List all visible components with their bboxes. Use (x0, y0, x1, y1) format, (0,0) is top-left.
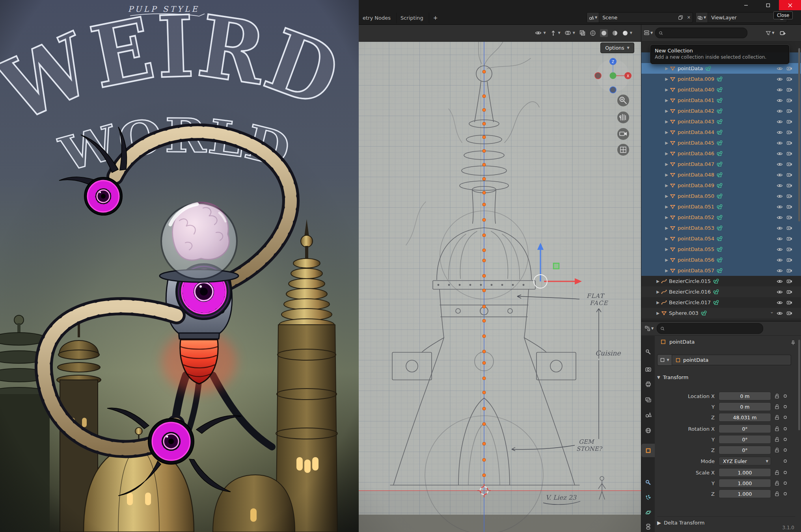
lock-icon[interactable] (774, 404, 780, 409)
expand-arrow-icon[interactable]: ▶ (663, 119, 670, 124)
outliner-row[interactable]: ▶pointData.049 (641, 180, 801, 191)
lock-icon[interactable] (774, 437, 780, 442)
hide-viewport-icon[interactable] (777, 129, 783, 136)
maximize-button[interactable] (757, 0, 779, 10)
outliner-row[interactable]: ▶pointData.054 (641, 233, 801, 244)
lock-icon[interactable] (774, 415, 780, 420)
disable-render-icon[interactable] (786, 172, 793, 178)
outliner-row[interactable]: ▶pointData.040 (641, 84, 801, 95)
disable-render-icon[interactable] (786, 65, 793, 72)
outliner-row[interactable]: ▶pointData.046 (641, 148, 801, 159)
visibility-toggle[interactable]: ▼ (535, 30, 546, 36)
hide-viewport-icon[interactable] (777, 214, 783, 221)
expand-arrow-icon[interactable]: ▶ (663, 77, 670, 81)
animate-dot-icon[interactable] (783, 394, 788, 398)
disable-render-icon[interactable] (786, 108, 793, 114)
lock-icon[interactable] (774, 393, 780, 399)
expand-arrow-icon[interactable]: ▶ (663, 130, 670, 134)
hide-viewport-icon[interactable] (777, 225, 783, 231)
outliner-row[interactable]: ▶pointData.041 (641, 95, 801, 106)
animate-dot-icon[interactable] (783, 481, 788, 485)
hide-viewport-icon[interactable] (777, 257, 783, 263)
properties-tab-output[interactable] (641, 377, 655, 391)
lock-icon[interactable] (774, 480, 780, 486)
value-field[interactable]: 1.000 (719, 489, 771, 498)
hide-viewport-icon[interactable] (777, 161, 783, 167)
properties-tab-modifiers[interactable] (641, 476, 655, 489)
disable-render-icon[interactable] (786, 289, 793, 295)
hide-viewport-icon[interactable] (777, 310, 783, 316)
disable-render-icon[interactable] (786, 161, 793, 167)
expand-arrow-icon[interactable]: ▶ (663, 205, 670, 209)
properties-tab-tool[interactable] (641, 345, 655, 359)
transform-panel-header[interactable]: ▼ Transform (657, 374, 688, 380)
outliner-row[interactable]: ▶BezierCircle.015 (641, 276, 801, 286)
disable-render-icon[interactable] (786, 246, 793, 253)
minimize-button[interactable] (735, 0, 757, 10)
expand-arrow-icon[interactable]: ▶ (663, 98, 670, 102)
animate-dot-icon[interactable] (783, 404, 788, 409)
disable-render-icon[interactable] (786, 299, 793, 306)
shading-rendered-toggle[interactable]: ▼ (622, 30, 632, 36)
value-field[interactable]: 0° (719, 424, 771, 433)
disable-render-icon[interactable] (786, 87, 793, 93)
outliner-row[interactable]: ▶pointData.042 (641, 106, 801, 116)
animate-dot-icon[interactable] (783, 491, 788, 496)
value-field[interactable]: 48.031 m (719, 413, 771, 422)
unlink-scene-icon[interactable]: ✕ (685, 15, 693, 20)
disable-render-icon[interactable] (786, 268, 793, 274)
outliner-row[interactable]: ▶pointData.051 (641, 201, 801, 212)
value-field[interactable]: 1.000 (719, 479, 771, 487)
expand-arrow-icon[interactable]: ▶ (655, 311, 661, 315)
hide-viewport-icon[interactable] (777, 151, 783, 157)
disable-render-icon[interactable] (786, 76, 793, 82)
hide-viewport-icon[interactable] (777, 182, 783, 189)
hide-viewport-icon[interactable] (777, 65, 783, 72)
outliner-row[interactable]: ▶pointData.053 (641, 223, 801, 233)
object-type-dropdown[interactable]: ▼ (657, 354, 672, 366)
outliner-row[interactable]: ▶pointData.044 (641, 127, 801, 138)
value-field[interactable]: 0 m (719, 402, 771, 411)
shading-wireframe-toggle[interactable] (590, 30, 596, 36)
hide-viewport-icon[interactable] (777, 278, 783, 285)
outliner-row[interactable]: ▶pointData.056 (641, 255, 801, 265)
hide-viewport-icon[interactable] (777, 204, 783, 210)
expand-arrow-icon[interactable]: ▶ (663, 162, 670, 166)
expand-arrow-icon[interactable]: ▶ (663, 194, 670, 198)
viewlayer-icon[interactable]: ▼ (696, 13, 708, 22)
pan-hand-button[interactable] (617, 112, 629, 123)
hide-viewport-icon[interactable] (777, 268, 783, 274)
animate-dot-icon[interactable] (783, 437, 788, 442)
animate-dot-icon[interactable] (783, 459, 788, 463)
outliner-row[interactable]: ▶pointData.047 (641, 159, 801, 169)
outliner-row[interactable]: ▶pointData (641, 63, 801, 74)
workspace-tab[interactable]: etry Nodes (359, 13, 397, 23)
expand-arrow-icon[interactable]: ▶ (663, 236, 670, 241)
hide-viewport-icon[interactable] (777, 76, 783, 82)
properties-search-input[interactable] (667, 326, 760, 331)
expand-arrow-icon[interactable]: ▶ (663, 268, 670, 273)
expand-arrow-icon[interactable]: ▶ (663, 66, 670, 71)
properties-tab-scene[interactable] (641, 408, 655, 421)
outliner-row[interactable]: ▶pointData.057 (641, 265, 801, 276)
disable-render-icon[interactable] (786, 140, 793, 146)
properties-tab-world[interactable] (641, 424, 655, 437)
lock-icon[interactable] (774, 426, 780, 432)
hide-viewport-icon[interactable] (777, 97, 783, 104)
add-workspace-button[interactable]: + (429, 13, 442, 22)
copy-scene-icon[interactable] (676, 15, 685, 20)
value-field[interactable]: 0 m (719, 392, 771, 400)
disable-render-icon[interactable] (786, 119, 793, 125)
camera-view-button[interactable] (617, 128, 629, 140)
outliner-search-input[interactable] (665, 30, 744, 36)
expand-arrow-icon[interactable]: ▶ (655, 300, 661, 305)
properties-tab-particles[interactable] (641, 491, 655, 504)
options-button[interactable]: Options ▼ (600, 43, 634, 53)
new-collection-button[interactable] (780, 30, 786, 36)
properties-search[interactable] (657, 323, 763, 334)
expand-arrow-icon[interactable]: ▶ (655, 279, 661, 283)
outliner-row[interactable]: ▶pointData.045 (641, 138, 801, 148)
delta-transform-header[interactable]: ▶ Delta Transform (657, 516, 795, 526)
object-name-field[interactable]: pointData (672, 355, 791, 365)
hide-viewport-icon[interactable] (777, 172, 783, 178)
